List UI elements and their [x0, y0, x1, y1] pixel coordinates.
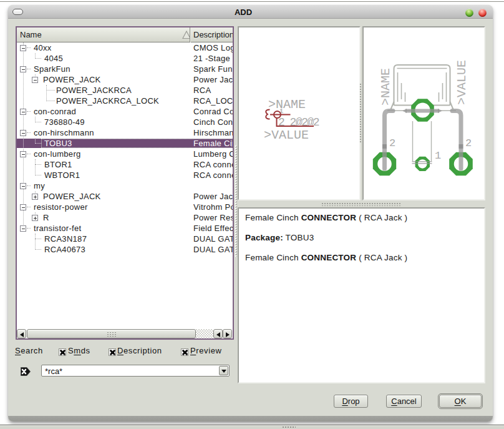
svg-text:2: 2: [389, 137, 395, 149]
svg-text:>NAME: >NAME: [379, 68, 393, 106]
svg-text:>NAME: >NAME: [268, 97, 306, 112]
svg-text:>VALUE: >VALUE: [455, 60, 469, 105]
svg-text:2: 2: [465, 137, 472, 149]
svg-text:>VALUE: >VALUE: [264, 128, 309, 142]
svg-text:1: 1: [435, 150, 441, 162]
